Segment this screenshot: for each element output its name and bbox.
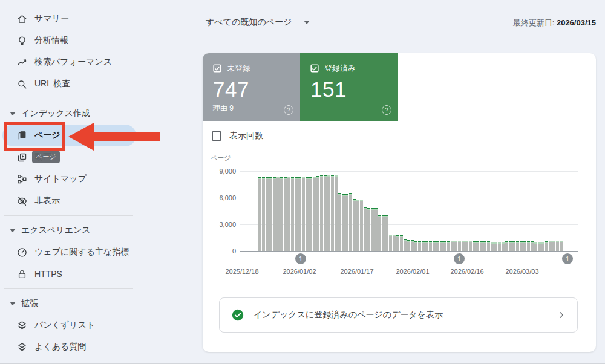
- bar: [356, 200, 359, 251]
- impressions-checkbox[interactable]: 表示回数: [212, 131, 263, 141]
- bar: [385, 215, 388, 251]
- sidebar-item-https[interactable]: HTTPS: [0, 263, 200, 285]
- bar: [473, 241, 476, 251]
- layers-icon: [16, 320, 28, 331]
- bar: [429, 241, 432, 251]
- bar: [389, 235, 392, 251]
- help-icon[interactable]: ?: [284, 105, 293, 115]
- bar: [295, 177, 298, 251]
- x-tick-label: 2026/03/03: [505, 268, 538, 275]
- annotation-arrow-icon: [68, 123, 94, 151]
- sidebar-divider: [4, 288, 133, 289]
- page-filter-label: すべての既知のページ: [206, 17, 292, 28]
- x-tick-label: 2025/12/18: [225, 268, 258, 275]
- sidebar-item-breadcrumbs[interactable]: パンくずリスト: [0, 314, 200, 336]
- sidebar-item-label: サマリー: [34, 13, 69, 24]
- sidebar-item-url-inspection[interactable]: URL 検査: [0, 73, 200, 95]
- speed-icon: [16, 247, 28, 258]
- bar-series: [258, 171, 564, 251]
- sidebar-item-label: 非表示: [34, 195, 60, 206]
- lightbulb-icon: [16, 35, 28, 47]
- bar: [400, 235, 403, 251]
- bar: [509, 241, 512, 251]
- section-enhancements[interactable]: 拡張: [0, 293, 200, 314]
- bar: [436, 241, 439, 251]
- bar: [382, 215, 385, 251]
- chart-annotation-marker[interactable]: 1: [454, 253, 465, 264]
- y-tick-label: 3,000: [207, 221, 236, 228]
- bar: [367, 208, 370, 251]
- bar: [534, 242, 537, 252]
- chart-annotation-marker[interactable]: 1: [562, 253, 573, 264]
- chevron-right-icon: [557, 310, 566, 320]
- main-content: すべての既知のページ 最終更新日: 2026/03/15 未登録 747: [200, 0, 605, 364]
- sidebar-item-faq[interactable]: よくある質問: [0, 336, 200, 358]
- stat-not-indexed[interactable]: 未登録 747 理由 9 ?: [203, 53, 300, 121]
- bar: [374, 208, 378, 251]
- sidebar-item-label: URL 検査: [34, 79, 70, 89]
- video-icon: [16, 152, 28, 163]
- bar: [491, 242, 494, 252]
- section-experience[interactable]: エクスペリエンス: [0, 219, 200, 241]
- section-label: エクスペリエンス: [21, 225, 91, 236]
- sidebar-item-core-web-vitals[interactable]: ウェブに関する主な指標: [0, 241, 200, 263]
- lock-icon-wrap: [16, 268, 28, 280]
- bar: [273, 177, 276, 252]
- sidebar-item-label: サイトマップ: [34, 174, 87, 184]
- chevron-down-icon: [10, 302, 16, 305]
- stat-not-indexed-value: 747: [213, 77, 300, 102]
- bar: [345, 194, 348, 251]
- bar: [454, 241, 457, 251]
- bar: [523, 241, 526, 251]
- bar: [353, 199, 356, 251]
- index-report-card: 未登録 747 理由 9 ? 登録済み 151 ?: [203, 53, 596, 352]
- sidebar-item-label: 分析情報: [34, 35, 68, 46]
- lightbulb-icon-wrap: [16, 34, 28, 47]
- sidebar-item-sitemaps[interactable]: サイトマップ: [0, 168, 200, 190]
- sidebar-item-summary[interactable]: サマリー: [0, 8, 200, 30]
- bar: [364, 207, 367, 251]
- bar: [306, 177, 309, 251]
- unchecked-checkbox-icon: [212, 131, 221, 141]
- chart-y-axis-title: ページ: [211, 154, 231, 163]
- chart-annotation-marker[interactable]: 1: [295, 253, 306, 264]
- bar: [309, 177, 312, 252]
- section-label: 拡張: [21, 298, 38, 309]
- bar: [324, 175, 327, 251]
- view-indexed-data-banner[interactable]: インデックスに登録済みのページのデータを表示: [219, 297, 578, 333]
- bar: [433, 241, 436, 251]
- bar: [371, 208, 374, 251]
- index-coverage-chart: ページ 9,0006,0003,00001112025/12/182026/01…: [203, 150, 596, 301]
- eye-off-icon-wrap: [16, 195, 28, 207]
- sidebar-item-performance[interactable]: 検索パフォーマンス: [0, 51, 200, 73]
- top-divider: [203, 4, 605, 4]
- page-filter-dropdown[interactable]: すべての既知のページ: [206, 17, 310, 28]
- lock-icon: [16, 268, 28, 280]
- eye-off-icon: [16, 195, 28, 207]
- bar: [483, 241, 486, 251]
- bar: [378, 215, 381, 251]
- bar: [505, 241, 508, 251]
- bar: [480, 241, 483, 251]
- search-icon: [16, 79, 28, 90]
- gridline: [240, 251, 578, 252]
- help-icon[interactable]: ?: [382, 105, 391, 115]
- search-console-page: サマリー分析情報検索パフォーマンスURL 検査インデックス作成ページ動画サイトマ…: [0, 0, 605, 364]
- stat-indexed[interactable]: 登録済み 151 ?: [300, 53, 398, 121]
- sidebar-divider: [4, 99, 133, 99]
- stat-indexed-label: 登録済み: [324, 63, 356, 74]
- search-icon-wrap: [16, 78, 28, 90]
- stat-indexed-value: 151: [310, 77, 398, 102]
- sidebar-nav: サマリー分析情報検索パフォーマンスURL 検査インデックス作成ページ動画サイトマ…: [0, 8, 200, 358]
- bar: [284, 177, 287, 251]
- bar: [541, 242, 544, 252]
- bar: [527, 241, 530, 251]
- bar: [516, 241, 519, 251]
- trending-icon: [16, 57, 28, 68]
- bar: [414, 241, 417, 251]
- sidebar-item-removals[interactable]: 非表示: [0, 190, 200, 212]
- layers-icon-wrap: [16, 319, 28, 331]
- x-tick-label: 2026/01/02: [283, 268, 316, 275]
- sidebar-item-insights[interactable]: 分析情報: [0, 30, 200, 51]
- bar: [411, 240, 414, 251]
